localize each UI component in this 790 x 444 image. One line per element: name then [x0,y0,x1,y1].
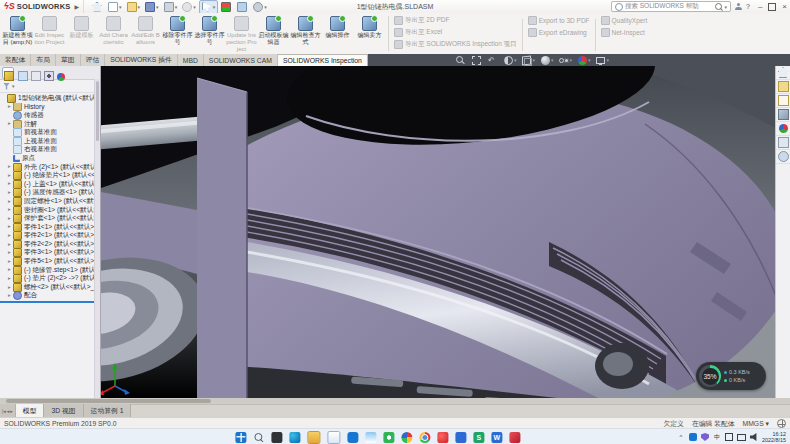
taskbar-app-icon[interactable] [253,432,264,443]
dropdown-caret-icon[interactable]: ▾ [606,57,609,63]
ribbon-button[interactable]: 移除零件序号 [162,14,193,53]
ribbon-tab[interactable]: SOLIDWORKS CAM [204,54,278,66]
tree-item[interactable]: ▸ 保护套<1> (默认<<默认>_显示状 [0,214,100,223]
taskbar-app-icon[interactable] [365,432,376,443]
task-pane-tab[interactable] [776,108,790,122]
ribbon-tab[interactable]: 装配体 [0,54,31,66]
dropdown-caret-icon[interactable]: ▾ [551,57,554,63]
taskbar-app-icon[interactable] [327,431,340,444]
qat-button[interactable]: ▾ [162,1,180,13]
tree-filter-row[interactable]: ▾ [0,80,100,93]
sheet-tab[interactable]: 3D 视图 [44,404,83,417]
qat-button[interactable]: ▾ [106,1,124,13]
piston-assembly-model[interactable] [101,66,776,398]
export-menu-item[interactable]: 导出至 SOLIDWORKS Inspection 项目 [394,40,517,49]
tree-item[interactable]: ▸ (-) 绝缘管.step<1> (默认<<默认> [0,266,100,275]
task-pane-tab[interactable] [776,136,790,150]
search-scope-icon[interactable] [615,3,623,11]
tray-icon[interactable] [689,433,697,441]
search-icon[interactable] [715,3,722,10]
menu-flyout-arrow[interactable]: ▶ [74,3,79,10]
tree-item[interactable]: ▸ 固定螺栓<1> (默认<<默认>_显示状 [0,197,100,206]
qat-button[interactable]: ▾ [199,0,219,14]
solidworks-logo[interactable]: ϟS SOLIDWORKS ▶ [0,0,84,13]
taskbar-app-icon[interactable] [509,432,520,443]
taskbar-app-icon[interactable] [307,431,320,444]
ribbon-button[interactable]: Add/Edit Balloons [130,14,161,53]
taskbar-app-icon[interactable] [401,432,412,443]
tray-icon[interactable] [701,433,709,441]
tree-item[interactable]: ▸ 零件5<1> (默认<<默认>_显示状态 [0,257,100,266]
tree-item[interactable]: ▸ (-) 垫片 (2)<2> ->? (默认<<默认 [0,274,100,283]
tree-item[interactable]: ▸ 传感器 [0,111,100,120]
taskbar-app-icon[interactable]: W [491,432,502,443]
task-pane-tab[interactable] [776,150,790,164]
dropdown-caret-icon[interactable]: ▾ [213,4,216,10]
export-menu-item[interactable]: 导出至 Excel [394,28,517,37]
ribbon-button[interactable]: 编辑卖方 [354,14,385,53]
qat-button[interactable]: ▾ [143,1,161,13]
tree-item[interactable]: ▸ 零件1<1> (默认<<默认>_显示状态 [0,223,100,232]
tree-item[interactable]: ▸ 螺栓<2> (默认<<默认>_显示状态 [0,283,100,292]
tray-icon[interactable]: ^ [677,433,685,441]
help-button[interactable]: ? [746,3,750,10]
dropdown-caret-icon[interactable]: ▾ [569,57,572,63]
qat-button[interactable]: ▾ [180,1,198,13]
tree-item[interactable]: ▸ 原点 [0,154,100,163]
sheet-nav-buttons[interactable]: |◂◂▸ [0,404,16,417]
headsup-button[interactable]: ▾ [596,56,609,65]
ribbon-button[interactable]: Edit Inspection Project [34,14,65,53]
tray-icon[interactable] [737,434,746,441]
dropdown-caret-icon[interactable]: ▾ [264,4,267,10]
tree-item[interactable]: ▸ 密封圈<1> (默认<<默认>_显示状 [0,206,100,215]
headsup-button[interactable] [488,56,498,65]
export-menu-item[interactable]: Net-Inspect [601,28,648,37]
tray-icon[interactable] [750,433,758,441]
tree-item[interactable]: ▸ (-) 绝缘垫片<1> (默认<<默认>_显 [0,171,100,180]
taskbar-app-icon[interactable] [235,432,246,443]
task-pane-tab[interactable] [776,80,790,94]
ribbon-tab[interactable]: 草图 [56,54,81,66]
taskbar-app-icon[interactable] [271,432,282,443]
qat-button[interactable] [219,1,234,13]
dropdown-caret-icon[interactable]: ▾ [175,4,178,10]
panel-tab[interactable] [43,68,53,78]
tree-item[interactable]: ▸ (-) 上盖<1> (默认<<默认>_显示状 [0,180,100,189]
netspeed-overlay[interactable]: 35% 0.3 KB/s 0 KB/s [696,362,766,390]
task-pane-tab[interactable] [776,122,790,136]
tree-item[interactable]: ▸ 零件2<1> (默认<<默认>_显示状态 [0,232,100,241]
taskbar-app-icon[interactable] [437,432,448,443]
taskbar-app-icon[interactable] [289,432,300,443]
dropdown-caret-icon[interactable]: ▾ [532,57,535,63]
globe-icon[interactable] [777,419,786,428]
export-menu-item[interactable]: Export eDrawing [528,28,590,37]
panel-tab[interactable] [2,67,14,79]
ribbon-tab[interactable]: SOLIDWORKS 插件 [105,54,178,66]
tree-item[interactable]: ▸ 外壳 (2)<1> (默认<<默认>_显示状 [0,163,100,172]
headsup-button[interactable]: ▾ [541,56,554,65]
taskbar-app-icon[interactable]: S [473,432,484,443]
ribbon-button[interactable]: 启动模板编辑器 [258,14,289,53]
panel-tab[interactable] [17,68,27,78]
ribbon-tab[interactable]: SOLIDWORKS Inspection [278,54,368,66]
ribbon-button[interactable]: Add Characteristic [98,14,129,53]
taskbar-app-icon[interactable] [347,432,358,443]
cut-section-wall[interactable] [197,78,247,398]
tree-item[interactable]: ▸ 前视基准面 [0,128,100,137]
taskbar-app-icon[interactable] [383,432,394,443]
status-units[interactable]: MMGS ▾ [743,420,769,428]
dropdown-caret-icon[interactable]: ▾ [193,4,196,10]
sheet-tab[interactable]: 运动算例 1 [84,404,132,417]
ribbon-button[interactable]: 新建模板 [66,14,97,53]
tray-icon[interactable]: 中 [713,433,721,441]
headsup-button[interactable] [456,56,466,65]
dropdown-caret-icon[interactable]: ▾ [119,4,122,10]
task-pane-tab[interactable] [776,66,790,80]
tree-item[interactable]: ▸ 上视基准面 [0,137,100,146]
taskbar-clock[interactable]: 16:12 2022/8/15 [762,431,788,443]
dropdown-caret-icon[interactable]: ▾ [156,4,159,10]
tree-item[interactable]: ▸ History [0,103,100,112]
tree-item[interactable]: ▸ 配合 [0,292,100,301]
panel-tab[interactable] [56,68,66,78]
qat-button[interactable]: ▾ [251,1,269,13]
